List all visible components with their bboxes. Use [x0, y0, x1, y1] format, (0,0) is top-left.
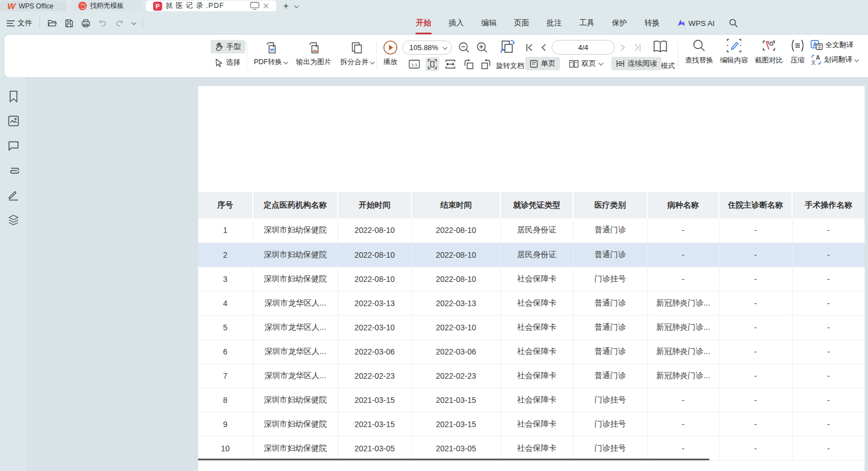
table-cell: 8 — [198, 388, 253, 412]
table-cell: - — [719, 243, 792, 267]
wps-ai-button[interactable]: WPS AI — [677, 19, 715, 28]
compress-button[interactable]: 压缩 — [788, 39, 807, 65]
attachment-icon[interactable] — [7, 164, 20, 177]
quickbar-chevron-icon[interactable] — [131, 20, 136, 25]
full-translate-button[interactable]: A 字 全文翻译 — [811, 40, 868, 50]
document-tools-group: 查找替换 编辑内容 截图对比 — [683, 39, 868, 65]
split-merge-label: 拆分合并 — [341, 57, 369, 67]
table-cell: - — [792, 412, 865, 436]
document-viewport[interactable]: 序号定点医药机构名称开始时间结束时间就诊凭证类型医疗类别病种名称住院主诊断名称手… — [28, 77, 868, 471]
table-bottom-border — [198, 459, 709, 460]
first-page-icon[interactable] — [525, 43, 534, 52]
split-merge-button[interactable]: 拆分合并 — [341, 41, 374, 67]
tab-wps-home[interactable]: W WPS Office — [0, 1, 66, 11]
search-icon[interactable] — [729, 19, 738, 28]
rotate-document-label[interactable]: 旋转文档 — [490, 61, 530, 71]
fit-page-icon — [427, 59, 437, 69]
word-translate-button[interactable]: A 文 划词翻译 — [811, 55, 868, 65]
zoom-in-icon[interactable] — [476, 42, 488, 53]
next-page-icon[interactable] — [620, 43, 626, 52]
rotate-document-icon[interactable] — [500, 39, 516, 55]
find-replace-button[interactable]: 查找替换 — [683, 39, 715, 65]
play-button[interactable]: 播放 — [383, 40, 398, 67]
tab-convert[interactable]: 转换 — [644, 16, 660, 30]
pdf-convert-icon: W — [263, 41, 278, 55]
table-cell: 7 — [198, 364, 253, 388]
page-number-input[interactable] — [552, 40, 615, 55]
export-image-button[interactable]: 输出为图片 — [296, 41, 332, 67]
chevron-down-icon — [370, 60, 374, 64]
close-tab-icon[interactable] — [263, 3, 269, 9]
tab-docer-templates[interactable]: 找稻壳模板 — [71, 1, 142, 11]
one-to-one-icon: 1:1 — [409, 60, 420, 69]
table-cell: 门诊挂号 — [573, 388, 647, 412]
tab-list-chevron-icon[interactable] — [294, 3, 298, 8]
single-page-icon — [530, 60, 538, 68]
divider — [142, 18, 143, 28]
fit-page-button[interactable] — [426, 57, 439, 71]
page-layout-group: 单页 双页 连续阅读 — [525, 57, 661, 70]
table-cell: 社会保障卡 — [500, 388, 573, 412]
redo-icon[interactable] — [115, 19, 124, 28]
print-icon[interactable] — [81, 19, 91, 28]
pdf-convert-button[interactable]: W PDF转换 — [254, 41, 287, 67]
edit-content-button[interactable]: 编辑内容 — [718, 39, 750, 65]
rotate-left-button[interactable] — [462, 57, 475, 71]
chevron-down-icon — [598, 61, 603, 65]
actual-size-button[interactable]: 1:1 — [408, 57, 421, 71]
open-folder-icon[interactable] — [47, 19, 57, 28]
tab-document-active[interactable]: P 就 医 记 录 .PDF — [146, 1, 276, 11]
double-page-label: 双页 — [581, 59, 596, 69]
tab-annotate[interactable]: 批注 — [546, 16, 562, 30]
table-cell: 居民身份证 — [500, 243, 573, 267]
tab-edit[interactable]: 编辑 — [481, 16, 497, 30]
zoom-value: 105.88% — [408, 43, 440, 52]
select-tool-button[interactable]: 选择 — [211, 56, 245, 69]
tab-protect[interactable]: 保护 — [611, 16, 628, 30]
layers-icon[interactable] — [7, 213, 20, 227]
last-page-icon[interactable] — [633, 43, 642, 52]
signature-icon[interactable] — [7, 189, 20, 202]
hand-tool-button[interactable]: 手型 — [211, 40, 245, 53]
tab-tools[interactable]: 工具 — [579, 16, 595, 30]
zoom-out-icon[interactable] — [458, 42, 470, 53]
file-menu-button[interactable]: 文件 — [7, 18, 32, 28]
full-translate-label: 全文翻译 — [825, 41, 853, 50]
new-tab-icon[interactable]: + — [283, 1, 289, 11]
present-monitor-icon[interactable] — [250, 1, 259, 11]
save-icon[interactable] — [64, 19, 74, 28]
table-cell: 社会保障卡 — [500, 315, 573, 339]
previous-page-icon[interactable] — [540, 43, 547, 52]
continuous-read-button[interactable]: 连续阅读 — [611, 57, 661, 70]
undo-icon[interactable] — [98, 19, 108, 28]
table-cell: 社会保障卡 — [500, 291, 573, 315]
tab-label: WPS Office — [19, 2, 53, 10]
table-cell: 深圳市龙华区人... — [253, 315, 338, 339]
table-cell: 2021-03-15 — [338, 412, 411, 436]
tab-home[interactable]: 开始 — [415, 16, 432, 30]
split-merge-icon — [350, 41, 364, 55]
table-row: 2深圳市妇幼保健院2022-08-102022-08-10居民身份证普通门诊--… — [198, 243, 865, 267]
chevron-down-icon — [854, 57, 858, 62]
double-page-button[interactable]: 双页 — [565, 57, 607, 70]
comment-icon[interactable] — [7, 139, 20, 152]
table-cell: 2022-03-10 — [411, 315, 500, 339]
tab-insert[interactable]: 插入 — [448, 16, 464, 30]
medical-records-table: 序号定点医药机构名称开始时间结束时间就诊凭证类型医疗类别病种名称住院主诊断名称手… — [198, 192, 865, 461]
thumbnails-icon[interactable] — [7, 114, 20, 128]
table-cell: - — [792, 218, 865, 243]
tab-page[interactable]: 页面 — [513, 16, 530, 30]
read-mode-icon[interactable] — [653, 40, 668, 53]
bookmark-icon[interactable] — [7, 89, 20, 103]
table-cell: - — [719, 412, 792, 436]
screenshot-compare-label: 截图对比 — [755, 56, 783, 65]
zoom-level-dropdown[interactable]: 105.88% — [402, 41, 452, 55]
single-page-button[interactable]: 单页 — [525, 57, 560, 70]
table-cell: - — [647, 412, 719, 436]
table-cell: 2022-03-06 — [338, 339, 411, 364]
ribbon-toolbar: 手型 选择 W PDF转换 — [5, 35, 868, 77]
table-cell: 2022-03-06 — [411, 339, 500, 364]
fit-width-button[interactable] — [444, 57, 457, 71]
screenshot-compare-button[interactable]: 截图对比 — [753, 39, 785, 65]
table-cell: - — [647, 267, 719, 291]
